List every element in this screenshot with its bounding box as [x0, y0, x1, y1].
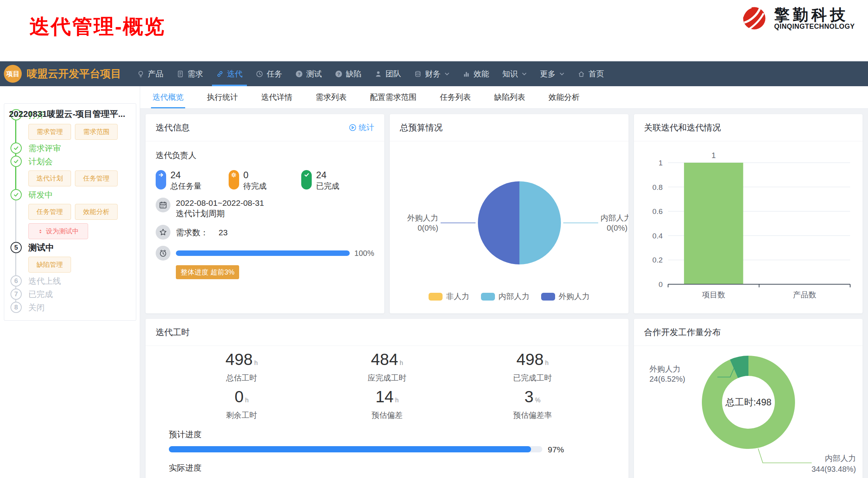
tab-task-list[interactable]: 任务列表: [440, 86, 471, 108]
question-icon: ?: [335, 70, 342, 78]
pie-slice-外购人力: [478, 181, 519, 264]
stats-link[interactable]: 统计: [349, 122, 374, 133]
budget-card: 总预算情况 外购人力0(0%)内部人力0(0%) 非人力内部人力外购人力: [390, 114, 628, 313]
nav-item-efficiency[interactable]: 效能: [456, 61, 496, 86]
nav-item-home[interactable]: 首页: [571, 61, 611, 86]
hours-stat-预估偏差率: 3%预估偏差率: [460, 388, 605, 421]
hours-stat-value: 14h: [314, 388, 460, 409]
relation-card: 关联迭代和迭代情况 00.20.40.60.811项目数产品数: [634, 114, 863, 313]
step-button-迭代计划[interactable]: 迭代计划: [28, 170, 71, 186]
task-stat-已完成: 24已完成: [301, 170, 374, 191]
workload-donut-chart: 总工时:498外购人力24(6.52%)内部人力344(93.48%): [634, 346, 863, 478]
workflow-steps: 打开需求管理需求范围需求评审计划会迭代计划任务管理研发中任务管理效能分析设为测试…: [10, 109, 132, 313]
nav-item-label: 知识: [502, 69, 518, 79]
nav-item-defect[interactable]: ?缺陷: [328, 61, 368, 86]
svg-text:0(0%): 0(0%): [418, 224, 438, 232]
step-number: 6: [14, 277, 18, 285]
doc-icon: [177, 70, 184, 78]
step-circle: [10, 189, 22, 200]
svg-text:344(93.48%): 344(93.48%): [811, 465, 856, 473]
step-circle: 5: [10, 242, 22, 253]
nav-item-iteration[interactable]: 迭代: [210, 61, 249, 86]
svg-text:外购人力: 外购人力: [649, 365, 681, 373]
step-circle: 6: [10, 275, 22, 287]
tab-perf[interactable]: 效能分析: [549, 86, 580, 108]
card-title-relation: 关联迭代和迭代情况: [644, 122, 721, 134]
step-number: 8: [14, 304, 18, 311]
hours-stat-label: 预估偏差率: [460, 410, 605, 421]
logo-company-name: 擎勤科技: [774, 7, 855, 23]
nav-item-requirement[interactable]: 需求: [170, 61, 210, 86]
workflow-step-迭代上线[interactable]: 6迭代上线: [10, 275, 132, 287]
project-brand[interactable]: 项目 唛盟云开发平台项目: [4, 65, 121, 83]
legend-item-外购人力[interactable]: 外购人力: [541, 291, 590, 302]
legend-item-内部人力[interactable]: 内部人力: [481, 291, 529, 302]
nav-item-product[interactable]: 产品: [130, 61, 170, 86]
relation-bar-chart: 00.20.40.60.811项目数产品数: [634, 141, 863, 313]
tab-overview[interactable]: 迭代概览: [153, 86, 184, 108]
nav-item-label: 需求: [187, 69, 203, 79]
step-button-缺陷管理[interactable]: 缺陷管理: [28, 257, 71, 273]
legend-swatch: [481, 293, 495, 301]
svg-text:1: 1: [658, 159, 663, 167]
progress-status-badge: 整体进度 超前3%: [176, 265, 239, 279]
step-button-任务管理[interactable]: 任务管理: [28, 204, 71, 220]
step-button-需求范围[interactable]: 需求范围: [75, 124, 118, 140]
step-circle: [10, 156, 22, 167]
page-title: 迭代管理-概览: [30, 13, 165, 40]
workflow-step-计划会[interactable]: 计划会迭代计划任务管理: [10, 156, 132, 186]
nav-item-team[interactable]: 团队: [368, 61, 408, 86]
company-logo: 擎勤科技 QINQINGTECHNOLOGY: [740, 4, 855, 33]
workflow-step-研发中[interactable]: 研发中任务管理效能分析设为测试中: [10, 189, 132, 239]
iteration-title: 20220831唛盟云-项目管理平...: [9, 108, 125, 120]
tab-detail[interactable]: 迭代详情: [261, 86, 292, 108]
tab-req-scope[interactable]: 配置需求范围: [370, 86, 417, 108]
nav-item-task[interactable]: 任务: [249, 61, 289, 86]
legend-label: 外购人力: [559, 291, 590, 302]
legend-label: 内部人力: [498, 291, 529, 302]
nav-item-finance[interactable]: 财务: [408, 61, 456, 86]
task-stat-label: 已完成: [316, 181, 339, 191]
tab-bar: 迭代概览执行统计迭代详情需求列表配置需求范围任务列表缺陷列表效能分析: [140, 86, 868, 109]
task-stat-待完成: 0待完成: [229, 170, 302, 191]
step-button-效能分析[interactable]: 效能分析: [75, 204, 118, 220]
legend-item-非人力[interactable]: 非人力: [429, 291, 469, 302]
workflow-step-已完成[interactable]: 7已完成: [10, 289, 132, 300]
svg-text:0: 0: [658, 280, 663, 289]
nav-item-test[interactable]: ?测试: [289, 61, 328, 86]
hours-stat-value: 0h: [169, 388, 314, 409]
workflow-step-需求评审[interactable]: 需求评审: [10, 143, 132, 154]
period-value: 2022-08-01~2022-08-31: [176, 198, 264, 208]
nav-item-label: 任务: [267, 69, 282, 79]
iteration-info-card: 迭代信息 统计 迭代负责人 24总任务量0待完成24已完成 2022-08-01: [146, 114, 384, 313]
nav-item-more[interactable]: 更多: [533, 61, 571, 86]
step-label: 需求评审: [28, 143, 132, 154]
step-circle: [10, 143, 22, 154]
svg-text:项目数: 项目数: [702, 290, 725, 299]
step-label: 测试中: [28, 242, 132, 253]
star-icon: [156, 225, 170, 240]
step-button-需求管理[interactable]: 需求管理: [28, 124, 71, 140]
nav-item-knowledge[interactable]: 知识: [496, 61, 533, 86]
overall-progress-fill: [176, 250, 350, 256]
tab-exec-stats[interactable]: 执行统计: [207, 86, 238, 108]
sort-arrows-icon: [38, 229, 43, 234]
logo-company-name-en: QINQINGTECHNOLOGY: [774, 23, 855, 30]
step-action-设为测试中[interactable]: 设为测试中: [28, 223, 88, 239]
legend-swatch: [429, 293, 443, 301]
overall-progress-percent: 100%: [354, 249, 374, 258]
step-number: 5: [14, 244, 18, 252]
requirement-count-label: 需求数：: [176, 227, 208, 238]
hours-stat-unit: h: [395, 397, 399, 403]
chevron-down-icon: [559, 72, 564, 76]
workflow-step-关闭[interactable]: 8关闭: [10, 302, 132, 313]
workflow-step-测试中[interactable]: 5测试中缺陷管理: [10, 242, 132, 273]
step-number: 7: [14, 290, 18, 298]
svg-text:0.4: 0.4: [653, 232, 663, 240]
hours-stat-预估偏差: 14h预估偏差: [314, 388, 460, 421]
step-button-任务管理[interactable]: 任务管理: [75, 170, 118, 186]
tab-defect-list[interactable]: 缺陷列表: [494, 86, 525, 108]
card-title-iteration-info: 迭代信息: [156, 122, 190, 134]
period-label: 迭代计划周期: [176, 208, 264, 219]
tab-req-list[interactable]: 需求列表: [316, 86, 347, 108]
